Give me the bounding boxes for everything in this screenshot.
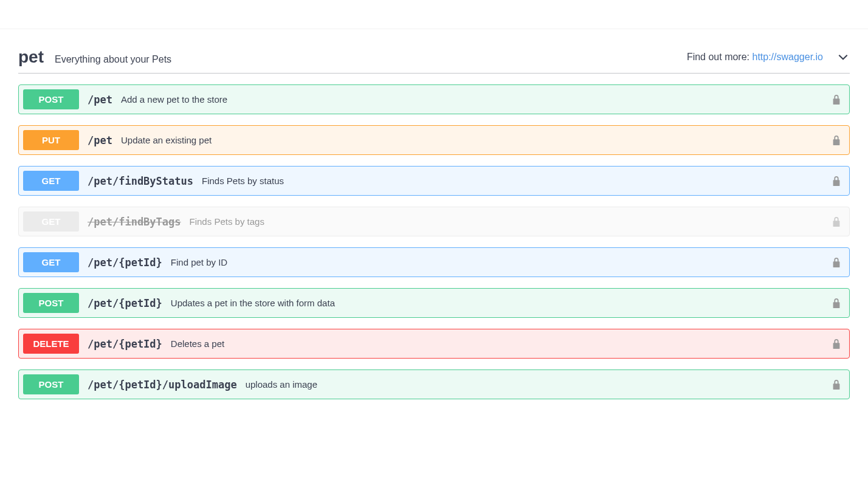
lock-icon[interactable] [831,175,842,187]
operation-path: /pet/{petId} [88,256,162,269]
method-badge: GET [23,171,79,191]
chevron-down-icon[interactable] [836,50,850,64]
operation-row[interactable]: GET/pet/{petId}Find pet by ID [18,247,850,277]
operation-path: /pet/findByTags [88,216,181,228]
lock-icon[interactable] [831,256,842,269]
operation-summary: Find pet by ID [171,257,227,267]
operation-summary: Update an existing pet [121,135,212,145]
operation-row[interactable]: POST/pet/{petId}/uploadImageuploads an i… [18,369,850,399]
operation-row[interactable]: POST/pet/{petId}Updates a pet in the sto… [18,288,850,318]
operation-path: /pet/{petId} [88,297,162,309]
tag-header[interactable]: pet Everything about your Pets Find out … [18,47,850,74]
method-badge: POST [23,374,79,394]
tag-external-link[interactable]: http://swagger.io [752,52,823,62]
lock-icon[interactable] [831,297,842,309]
lock-icon[interactable] [831,216,842,228]
tag-name: pet [18,47,44,67]
operation-summary: Add a new pet to the store [121,94,227,105]
tag-description: Everything about your Pets [55,54,171,65]
method-badge: DELETE [23,334,79,354]
operations-list: POST/petAdd a new pet to the storePUT/pe… [18,84,850,399]
method-badge: POST [23,89,79,109]
lock-icon[interactable] [831,338,842,350]
operation-row[interactable]: GET/pet/findByTagsFinds Pets by tags [18,207,850,236]
operation-row[interactable]: PUT/petUpdate an existing pet [18,125,850,155]
operation-row[interactable]: GET/pet/findByStatusFinds Pets by status [18,166,850,196]
operation-summary: Finds Pets by tags [190,216,264,227]
method-badge: POST [23,293,79,313]
operation-path: /pet/findByStatus [88,175,193,187]
tag-header-right: Find out more: http://swagger.io [687,50,850,64]
operation-path: /pet [88,134,112,146]
operation-path: /pet/{petId} [88,338,162,350]
operation-summary: Finds Pets by status [202,176,284,186]
method-badge: PUT [23,130,79,150]
tag-external-label: Find out more: [687,52,753,62]
operation-path: /pet/{petId}/uploadImage [88,379,237,391]
operation-row[interactable]: DELETE/pet/{petId}Deletes a pet [18,329,850,359]
operation-row[interactable]: POST/petAdd a new pet to the store [18,84,850,114]
operation-summary: uploads an image [246,379,317,390]
container: pet Everything about your Pets Find out … [0,29,868,435]
lock-icon[interactable] [831,134,842,146]
tag-external-docs: Find out more: http://swagger.io [687,52,823,63]
lock-icon[interactable] [831,94,842,106]
tag-header-left: pet Everything about your Pets [18,47,171,67]
operation-summary: Updates a pet in the store with form dat… [171,298,335,308]
lock-icon[interactable] [831,379,842,391]
operation-summary: Deletes a pet [171,339,224,349]
operation-path: /pet [88,94,112,106]
method-badge: GET [23,252,79,272]
top-spacer [0,0,868,29]
method-badge: GET [23,211,79,232]
